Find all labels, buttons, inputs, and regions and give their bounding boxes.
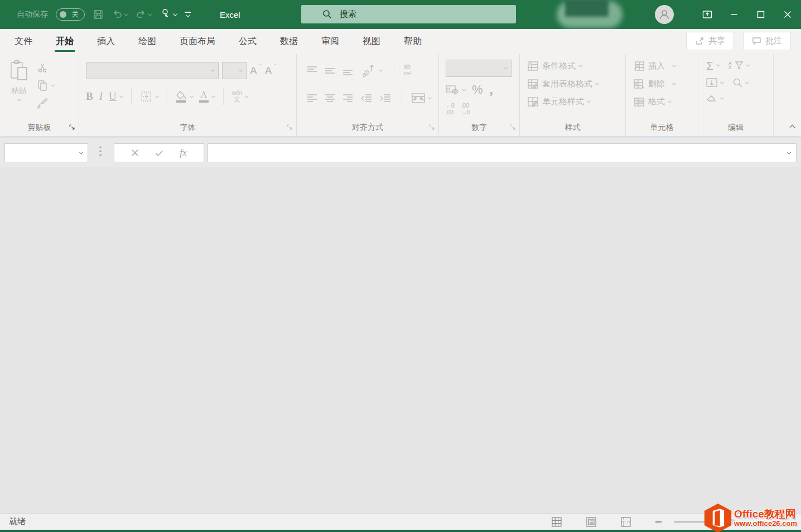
save-button[interactable] xyxy=(93,9,104,20)
comments-button[interactable]: 批注 xyxy=(743,32,791,50)
font-dialog-launcher[interactable] xyxy=(287,122,292,132)
underline-dropdown-icon[interactable] xyxy=(119,94,123,98)
format-as-table-button[interactable]: 套用表格格式 xyxy=(528,79,621,89)
increase-font-button[interactable]: Aˆ xyxy=(250,65,262,77)
number-format-combo[interactable] xyxy=(446,60,512,77)
share-button[interactable]: 共享 xyxy=(686,32,734,50)
fill-button[interactable] xyxy=(706,78,723,88)
tab-formulas[interactable]: 公式 xyxy=(237,29,259,54)
decrease-indent-icon[interactable] xyxy=(360,94,372,103)
align-top-icon[interactable] xyxy=(307,66,317,75)
italic-button[interactable]: I xyxy=(99,90,103,103)
align-middle-icon[interactable] xyxy=(325,66,335,75)
touch-mode-button[interactable] xyxy=(160,8,177,21)
align-bottom-icon[interactable] xyxy=(342,66,353,75)
tab-page-layout[interactable]: 页面布局 xyxy=(177,29,218,54)
bold-button[interactable]: B xyxy=(86,90,93,103)
redo-dropdown-icon[interactable] xyxy=(148,11,152,16)
merge-center-button[interactable] xyxy=(412,93,431,103)
customize-quick-access-button[interactable] xyxy=(185,12,191,17)
fill-color-dropdown-icon[interactable] xyxy=(190,94,194,98)
orientation-button[interactable]: ab↗ xyxy=(360,65,382,76)
percent-style-button[interactable]: % xyxy=(472,83,483,97)
cut-button[interactable] xyxy=(37,62,54,73)
increase-indent-icon[interactable] xyxy=(379,94,391,103)
tab-home[interactable]: 开始 xyxy=(54,29,76,54)
name-box-dropdown-icon[interactable] xyxy=(79,150,83,154)
account-avatar[interactable] xyxy=(655,5,674,24)
find-select-button[interactable] xyxy=(732,78,749,88)
fill-color-button[interactable] xyxy=(176,91,193,103)
font-color-button[interactable]: A xyxy=(199,90,215,103)
font-color-dropdown-icon[interactable] xyxy=(211,94,215,98)
sort-filter-button[interactable]: A Z xyxy=(728,61,749,70)
paste-button[interactable]: 粘贴 xyxy=(9,60,29,109)
wrap-text-button[interactable]: ab c↵ xyxy=(404,64,412,76)
font-name-combo[interactable] xyxy=(86,62,219,79)
borders-button[interactable] xyxy=(140,90,158,103)
conditional-formatting-button[interactable]: 条件格式 xyxy=(528,61,621,71)
cancel-icon[interactable] xyxy=(131,149,139,157)
alignment-dialog-launcher[interactable] xyxy=(429,122,435,132)
autosave-toggle[interactable]: 关 xyxy=(56,8,85,21)
decrease-font-button[interactable]: Aˇ xyxy=(265,65,277,77)
number-dialog-launcher[interactable] xyxy=(510,122,515,132)
cell-styles-button[interactable]: 单元格样式 xyxy=(528,96,621,107)
comma-style-button[interactable]: , xyxy=(490,85,494,94)
touch-mode-dropdown-icon[interactable] xyxy=(173,11,177,16)
formula-bar-resize-handle[interactable]: ••• xyxy=(97,146,104,157)
undo-dropdown-icon[interactable] xyxy=(124,11,128,16)
align-right-icon[interactable] xyxy=(342,94,353,103)
minimize-button[interactable] xyxy=(721,0,747,29)
clipboard-dialog-launcher[interactable] xyxy=(69,122,75,132)
copy-dropdown-icon[interactable] xyxy=(51,83,55,86)
decrease-decimal-button[interactable]: .00 →0 xyxy=(461,103,470,115)
zoom-out-button[interactable] xyxy=(655,521,662,523)
collapse-ribbon-button[interactable] xyxy=(790,122,794,132)
maximize-button[interactable] xyxy=(747,0,774,29)
paste-dropdown-icon[interactable] xyxy=(17,98,21,101)
formula-input[interactable] xyxy=(208,143,797,162)
delete-cells-button[interactable]: 删除 xyxy=(634,79,693,89)
copy-button[interactable] xyxy=(37,80,54,91)
autosum-button[interactable]: Σ xyxy=(706,60,720,71)
phonetic-dropdown-icon[interactable] xyxy=(245,94,249,98)
close-button[interactable] xyxy=(774,0,801,29)
phonetic-guide-button[interactable]: wén 文 xyxy=(232,90,248,103)
clear-button[interactable] xyxy=(706,94,723,103)
enter-check-icon[interactable] xyxy=(155,149,163,157)
cell-styles-dropdown-icon xyxy=(587,99,591,103)
insert-function-button[interactable]: fx xyxy=(180,147,186,158)
accounting-format-button[interactable] xyxy=(446,84,465,95)
format-painter-button[interactable] xyxy=(37,98,54,109)
format-cells-button[interactable]: 格式 xyxy=(634,96,693,107)
redo-button[interactable] xyxy=(136,9,152,20)
normal-view-button[interactable] xyxy=(552,517,562,527)
insert-cells-button[interactable]: 插入 xyxy=(634,61,693,71)
tab-help[interactable]: 帮助 xyxy=(402,29,424,54)
underline-button[interactable]: U xyxy=(109,90,123,103)
borders-dropdown-icon[interactable] xyxy=(155,94,159,98)
align-center-icon[interactable] xyxy=(325,94,335,103)
tab-insert[interactable]: 插入 xyxy=(95,29,117,54)
tab-draw[interactable]: 绘图 xyxy=(136,29,158,54)
tab-file[interactable]: 文件 xyxy=(12,29,35,54)
expand-formula-bar-icon[interactable] xyxy=(787,150,791,154)
accounting-dropdown-icon[interactable] xyxy=(462,87,466,91)
font-size-combo[interactable] xyxy=(222,62,247,79)
tab-review[interactable]: 审阅 xyxy=(319,29,341,54)
tab-view[interactable]: 视图 xyxy=(360,29,383,54)
page-layout-view-button[interactable] xyxy=(586,517,596,527)
merge-dropdown-icon[interactable] xyxy=(428,95,432,99)
page-break-view-button[interactable] xyxy=(621,517,631,527)
increase-decimal-button[interactable]: ←0 .00 xyxy=(446,103,455,115)
name-box[interactable] xyxy=(4,143,88,162)
orientation-dropdown-icon[interactable] xyxy=(379,67,383,71)
ribbon-display-options-button[interactable] xyxy=(694,0,721,29)
undo-button[interactable] xyxy=(112,9,128,20)
search-box[interactable]: 搜索 xyxy=(301,5,516,23)
align-left-icon[interactable] xyxy=(307,94,317,103)
brush-icon xyxy=(37,98,48,109)
accounting-icon xyxy=(446,84,459,95)
tab-data[interactable]: 数据 xyxy=(278,29,300,54)
